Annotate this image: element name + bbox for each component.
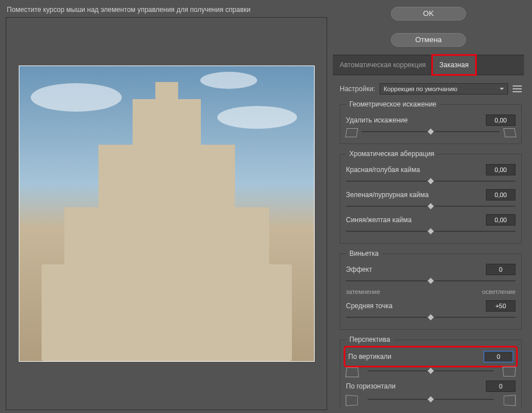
perspective-horizontal-slider[interactable] xyxy=(368,395,494,403)
blue-yellow-slider[interactable] xyxy=(346,227,515,235)
vignette-midpoint-label: Средняя точка xyxy=(346,302,481,310)
vignette-amount-slider[interactable] xyxy=(346,277,515,285)
perspective-horizontal-left-icon[interactable] xyxy=(346,395,358,406)
perspective-vertical-up-icon[interactable] xyxy=(345,367,359,377)
cancel-button[interactable]: Отмена xyxy=(391,33,466,47)
red-cyan-input[interactable] xyxy=(486,164,515,175)
perspective-horizontal-input[interactable] xyxy=(486,381,515,392)
perspective-horizontal-right-icon[interactable] xyxy=(504,395,515,406)
vignette-amount-input[interactable] xyxy=(486,264,515,275)
blue-yellow-label: Синяя/желтая кайма xyxy=(346,216,481,224)
preview-image[interactable] xyxy=(19,66,315,362)
remove-distortion-input[interactable] xyxy=(486,115,515,126)
vignette-legend: Виньетка xyxy=(346,250,382,257)
perspective-legend: Перспектива xyxy=(346,336,394,344)
red-cyan-slider[interactable] xyxy=(346,177,515,185)
green-magenta-input[interactable] xyxy=(486,189,515,201)
remove-distortion-slider[interactable] xyxy=(362,128,500,136)
barrel-icon[interactable] xyxy=(345,128,358,137)
perspective-vertical-label: По вертикали xyxy=(348,353,479,361)
tab-custom[interactable]: Заказная xyxy=(432,55,475,75)
perspective-vertical-down-icon[interactable] xyxy=(502,367,516,377)
tabs: Автоматическая коррекция Заказная xyxy=(333,55,524,75)
panel-menu-icon[interactable] xyxy=(513,85,522,92)
green-magenta-slider[interactable] xyxy=(346,202,515,210)
chromatic-aberration-legend: Хроматическая аберрация xyxy=(346,150,438,158)
vignette-light-label: осветление xyxy=(482,288,515,295)
green-magenta-label: Зеленая/пурпурная кайма xyxy=(346,191,481,199)
settings-label: Настройки: xyxy=(340,85,375,93)
chromatic-aberration-group: Хроматическая аберрация Красная/голубая … xyxy=(340,150,522,244)
tab-auto-correction[interactable]: Автоматическая коррекция xyxy=(333,55,432,75)
perspective-vertical-input[interactable] xyxy=(484,351,513,362)
preview-frame xyxy=(6,17,327,410)
help-text: Поместите курсор мыши над элементом упра… xyxy=(6,5,327,17)
ok-button[interactable]: OK xyxy=(391,7,466,21)
geometric-distortion-legend: Геометрическое искажение xyxy=(346,100,440,108)
vignette-dark-label: затемнение xyxy=(346,288,380,295)
remove-distortion-label: Удалить искажение xyxy=(346,116,481,124)
settings-preset-combo[interactable]: Коррекция по умолчанию xyxy=(380,83,508,95)
perspective-horizontal-label: По горизонтали xyxy=(346,382,481,390)
vignette-group: Виньетка Эффект затемнение осветление Ср… xyxy=(340,250,522,330)
vignette-midpoint-slider[interactable] xyxy=(346,313,515,321)
pincushion-icon[interactable] xyxy=(504,128,517,137)
perspective-vertical-slider[interactable] xyxy=(368,367,494,375)
geometric-distortion-group: Геометрическое искажение Удалить искажен… xyxy=(340,100,522,144)
vignette-amount-label: Эффект xyxy=(346,265,481,273)
blue-yellow-input[interactable] xyxy=(486,214,515,226)
vignette-midpoint-input[interactable] xyxy=(486,300,515,312)
red-cyan-label: Красная/голубая кайма xyxy=(346,166,481,174)
perspective-group: Перспектива По вертикали По горизонтали xyxy=(340,336,522,408)
